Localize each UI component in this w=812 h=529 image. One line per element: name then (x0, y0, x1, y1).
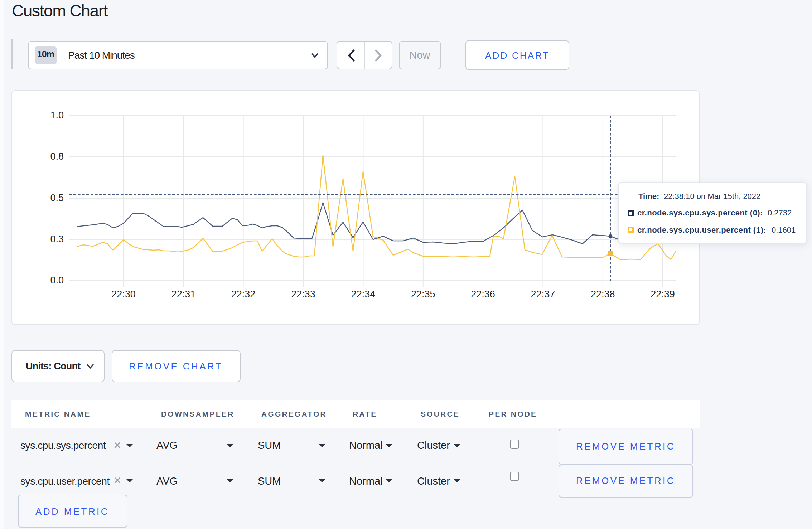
svg-text:22:38: 22:38 (590, 288, 615, 299)
svg-text:22:37: 22:37 (531, 288, 555, 299)
svg-text:0.8: 0.8 (50, 151, 63, 161)
svg-text:22:35: 22:35 (411, 288, 435, 299)
svg-text:0.0: 0.0 (50, 275, 63, 285)
svg-text:22:33: 22:33 (291, 288, 315, 299)
svg-text:22:30: 22:30 (111, 288, 135, 299)
svg-text:22:32: 22:32 (231, 288, 255, 299)
svg-text:22:39: 22:39 (650, 288, 675, 299)
svg-text:22:31: 22:31 (171, 288, 195, 299)
svg-text:22:34: 22:34 (351, 288, 375, 299)
svg-text:1.0: 1.0 (50, 110, 63, 120)
svg-text:0.5: 0.5 (50, 192, 63, 203)
svg-text:0.3: 0.3 (50, 233, 63, 244)
svg-text:22:36: 22:36 (470, 288, 495, 299)
